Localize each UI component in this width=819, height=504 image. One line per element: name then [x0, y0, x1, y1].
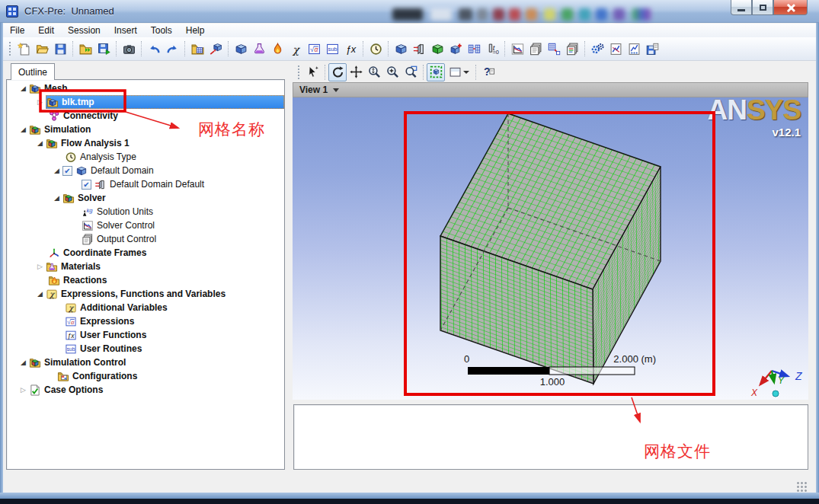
edit-run-button[interactable]: [625, 40, 643, 58]
tree-row-user-routines[interactable]: User Routines: [7, 342, 284, 356]
execution-control-button[interactable]: [545, 40, 563, 58]
create-user-routine-button[interactable]: [323, 40, 341, 58]
expert-parameters-button[interactable]: [563, 40, 581, 58]
analysis-type-button[interactable]: [366, 40, 385, 58]
tree-row-mesh[interactable]: Mesh: [7, 81, 284, 95]
snapshot-button[interactable]: [120, 40, 138, 58]
tree-row-flow-analysis-1[interactable]: Flow Analysis 1: [7, 136, 284, 150]
insert-subdomain-button[interactable]: [428, 40, 446, 58]
import-ccl-button[interactable]: [76, 40, 94, 58]
view-header[interactable]: View 1: [293, 82, 808, 97]
tree-row-solver[interactable]: Solver: [7, 191, 284, 205]
create-additional-variable-button[interactable]: [286, 40, 305, 58]
tree-row-configurations[interactable]: Configurations: [7, 369, 284, 383]
tree-row-analysis-type[interactable]: Analysis Type: [7, 150, 284, 164]
glass-blob: [509, 8, 520, 21]
menu-session[interactable]: Session: [61, 24, 107, 37]
menu-file[interactable]: File: [3, 24, 31, 37]
checkbox-checked[interactable]: [62, 166, 72, 176]
glass-blob: [392, 8, 423, 21]
insert-source-point-button[interactable]: [446, 40, 465, 58]
tree-row-solver-control[interactable]: Solver Control: [7, 219, 284, 232]
tree-row-default-domain[interactable]: Default Domain: [7, 164, 284, 177]
rotate-button[interactable]: [328, 63, 347, 81]
expander-open-icon[interactable]: [34, 136, 46, 150]
expander-closed-icon[interactable]: [18, 383, 29, 397]
new-case-button[interactable]: [14, 40, 33, 58]
glass-blob: [632, 8, 651, 21]
tree-row-coordinate-frames[interactable]: Coordinate Frames: [7, 246, 284, 260]
expressions-icon: [65, 316, 77, 327]
expander-open-icon[interactable]: [34, 287, 46, 301]
insert-boundary-button[interactable]: [410, 40, 428, 58]
output-control-button[interactable]: [526, 40, 545, 58]
tree-row-simulation-control[interactable]: Simulation Control: [7, 356, 284, 369]
help-button[interactable]: [479, 63, 497, 81]
viewport-3d[interactable]: 0 2.000 (m) 1.000 Z X Y ANSYS v12.1: [293, 97, 808, 400]
tree-row-materials[interactable]: Materials: [7, 260, 284, 273]
pan-button[interactable]: [347, 63, 365, 81]
write-solver-file-button[interactable]: [643, 40, 661, 58]
export-ccl-button[interactable]: [94, 40, 113, 58]
message-panel[interactable]: [293, 404, 808, 470]
close-icon: [786, 3, 795, 12]
expander-open-icon[interactable]: [51, 164, 62, 177]
create-domain-button[interactable]: [232, 40, 250, 58]
tree-row-additional-variables[interactable]: Additional Variables: [7, 301, 284, 314]
insert-interface-button[interactable]: [465, 40, 483, 58]
tree-row-user-functions[interactable]: User Functions: [7, 328, 284, 342]
viewer-toolbar: [292, 62, 809, 81]
create-expression-button[interactable]: [305, 40, 323, 58]
create-user-function-button[interactable]: [341, 40, 360, 58]
tree-row-expressions-functions-variables[interactable]: Expressions, Functions and Variables: [7, 287, 284, 301]
import-mesh-button[interactable]: [188, 40, 206, 58]
expander-open-icon[interactable]: [18, 81, 29, 95]
tree-row-case-options[interactable]: Case Options: [7, 383, 284, 397]
menu-edit[interactable]: Edit: [31, 24, 61, 37]
menu-tools[interactable]: Tools: [144, 24, 179, 37]
tree-row-reactions[interactable]: Reactions: [7, 273, 284, 287]
solver-control-button[interactable]: [508, 40, 526, 58]
viewport-layout-button[interactable]: [445, 63, 472, 81]
select-button[interactable]: [303, 63, 322, 81]
expander-closed-icon[interactable]: [34, 95, 46, 109]
tree-row-output-control[interactable]: Output Control: [7, 232, 284, 246]
tab-outline[interactable]: Outline: [11, 63, 55, 80]
close-button[interactable]: [773, 0, 808, 15]
tree-row-connectivity[interactable]: Connectivity: [7, 109, 284, 123]
zoom-in-button[interactable]: [383, 63, 402, 81]
menu-help[interactable]: Help: [179, 24, 212, 37]
tree-row-expressions[interactable]: Expressions: [7, 314, 284, 328]
tree-row-solution-units[interactable]: Solution Units: [7, 205, 284, 219]
expander-open-icon[interactable]: [18, 123, 29, 136]
transform-mesh-button[interactable]: [206, 40, 225, 58]
insert-domain-button[interactable]: [392, 40, 410, 58]
checkbox-checked[interactable]: [82, 180, 91, 190]
global-initialization-button[interactable]: [483, 40, 501, 58]
minimize-button[interactable]: [731, 0, 752, 15]
create-reaction-button[interactable]: [268, 40, 286, 58]
create-material-button[interactable]: [250, 40, 268, 58]
menu-insert[interactable]: Insert: [107, 24, 144, 37]
zoom-button[interactable]: [365, 63, 383, 81]
fit-view-button[interactable]: [427, 63, 445, 81]
open-case-button[interactable]: [33, 40, 51, 58]
expander-open-icon[interactable]: [18, 356, 29, 369]
configurations-button[interactable]: [588, 40, 606, 58]
tree-row-blk-tmp[interactable]: blk.tmp: [7, 95, 284, 109]
undo-button[interactable]: [145, 40, 163, 58]
save-case-button[interactable]: [51, 40, 69, 58]
toolbar-separator: [228, 41, 229, 56]
zoom-box-button[interactable]: [402, 63, 420, 81]
define-run-button[interactable]: [606, 40, 625, 58]
title-bar[interactable]: CFX-Pre: Unnamed: [0, 0, 819, 23]
expander-open-icon[interactable]: [51, 191, 62, 205]
ruler-end-label: 2.000 (m): [613, 353, 656, 365]
maximize-button[interactable]: [752, 0, 773, 15]
toolbar-separator: [584, 41, 585, 56]
resize-grip[interactable]: [797, 482, 808, 493]
tree-row-simulation[interactable]: Simulation: [7, 123, 284, 136]
expander-closed-icon[interactable]: [34, 260, 46, 273]
redo-button[interactable]: [163, 40, 181, 58]
tree-row-default-domain-default[interactable]: Default Domain Default: [7, 177, 284, 191]
